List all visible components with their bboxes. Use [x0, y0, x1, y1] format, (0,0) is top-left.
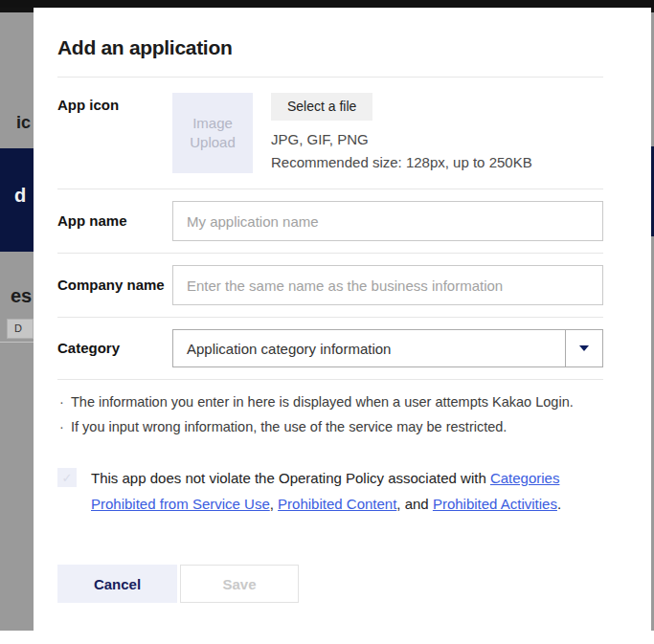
divider: [57, 379, 603, 380]
background-heading-fragment: ic: [16, 113, 31, 133]
category-select-caret-cell[interactable]: [565, 330, 602, 366]
background-overlay-left: ic d es D: [0, 12, 34, 631]
app-icon-row: App icon Image Upload Select a file JPG,…: [57, 78, 603, 189]
category-select[interactable]: Application category information: [172, 329, 603, 367]
screen: ic d es D Add an application App icon Im…: [0, 0, 654, 644]
policy-agreement-row: ✓ This app does not violate the Operatin…: [57, 465, 603, 517]
app-name-input[interactable]: [172, 201, 603, 241]
link-prohibited-content[interactable]: Prohibited Content: [278, 496, 396, 512]
background-page-left-strip: ic d es D: [0, 0, 34, 644]
policy-separator: , and: [396, 496, 433, 512]
note-text: If you input wrong information, the use …: [71, 414, 507, 439]
modal-footer: Cancel Save: [57, 565, 603, 603]
image-upload-dropzone[interactable]: Image Upload: [172, 93, 253, 173]
app-name-label: App name: [57, 211, 172, 232]
chevron-down-icon: [579, 345, 589, 351]
background-subheading-fragment: es: [11, 285, 32, 307]
checkmark-icon: ✓: [62, 471, 73, 485]
bullet-icon: ·: [57, 389, 71, 414]
category-select-value: Application category information: [173, 330, 565, 366]
policy-separator: ,: [270, 496, 278, 512]
top-black-bar: [0, 0, 654, 8]
note-item: · If you input wrong information, the us…: [57, 414, 603, 439]
category-label: Category: [57, 338, 172, 359]
background-divider-fragment: [0, 342, 34, 343]
notes-list: · The information you enter in here is d…: [57, 389, 603, 439]
company-name-label: Company name: [57, 275, 172, 296]
company-name-row: Company name: [57, 254, 603, 317]
recommended-size-text: Recommended size: 128px, up to 250KB: [271, 154, 532, 170]
accepted-formats-text: JPG, GIF, PNG: [271, 131, 532, 147]
cancel-button[interactable]: Cancel: [57, 565, 177, 603]
bullet-icon: ·: [57, 414, 71, 439]
app-icon-controls: Select a file JPG, GIF, PNG Recommended …: [271, 93, 532, 170]
app-name-row: App name: [57, 189, 603, 253]
link-prohibited-activities[interactable]: Prohibited Activities: [433, 496, 557, 512]
company-name-input[interactable]: [172, 265, 603, 305]
background-badge-fragment: D: [7, 319, 34, 339]
note-text: The information you enter in here is dis…: [71, 389, 574, 414]
modal-title: Add an application: [57, 36, 603, 59]
background-navy-banner: d: [0, 148, 34, 252]
background-banner-text-fragment: d: [14, 185, 26, 207]
category-row: Category Application category informatio…: [57, 318, 603, 379]
policy-text-part1: This app does not violate the Operating …: [91, 470, 490, 486]
policy-text: This app does not violate the Operating …: [91, 465, 598, 517]
policy-checkbox[interactable]: ✓: [57, 468, 77, 487]
select-file-button[interactable]: Select a file: [271, 93, 372, 121]
background-bottom-fragment: [0, 631, 34, 644]
save-button[interactable]: Save: [180, 565, 299, 603]
add-application-modal: Add an application App icon Image Upload…: [34, 8, 651, 644]
image-upload-placeholder: Image Upload: [184, 114, 241, 152]
policy-period: .: [557, 496, 561, 512]
app-icon-label: App icon: [57, 93, 172, 116]
note-item: · The information you enter in here is d…: [57, 389, 603, 414]
